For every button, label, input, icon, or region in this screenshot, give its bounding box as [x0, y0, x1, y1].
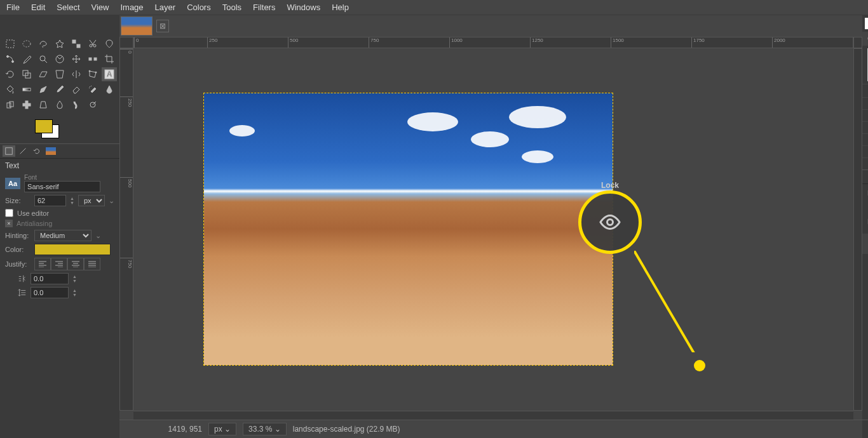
justify-right-icon[interactable]	[51, 258, 67, 270]
vertical-ruler: 0250500750	[119, 48, 133, 411]
tool-option-tabs	[0, 143, 119, 159]
close-document-icon[interactable]: ⊠	[156, 20, 169, 32]
font-label: Font	[24, 174, 114, 181]
scale-tool-icon[interactable]	[19, 67, 34, 81]
ellipse-select-tool-icon[interactable]	[19, 37, 34, 51]
svg-point-8	[40, 56, 45, 61]
dodge-tool-icon[interactable]	[85, 98, 100, 112]
menu-edit[interactable]: Edit	[31, 3, 45, 12]
justify-left-icon[interactable]	[34, 258, 51, 270]
menu-colors[interactable]: Colors	[187, 3, 211, 12]
tool-options-tab-icon[interactable]	[3, 145, 15, 157]
justify-center-icon[interactable]	[67, 258, 84, 270]
menu-file[interactable]: File	[6, 3, 20, 12]
svg-point-4	[90, 44, 92, 47]
perspective-tool-icon[interactable]	[52, 67, 67, 81]
color-select-tool-icon[interactable]	[69, 37, 84, 51]
menu-layer[interactable]: Layer	[155, 3, 176, 12]
menubar: File Edit Select View Image Layer Colors…	[0, 0, 868, 15]
callout-label: Lock	[601, 181, 619, 190]
perspective-clone-tool-icon[interactable]	[36, 98, 51, 112]
menu-windows[interactable]: Windows	[287, 3, 320, 12]
crop-tool-icon[interactable]	[102, 52, 117, 66]
lasso-tool-icon[interactable]	[36, 37, 51, 51]
unit-select[interactable]: px ⌄	[208, 423, 236, 435]
ruler-corner	[119, 37, 133, 48]
text-color-button[interactable]	[34, 244, 111, 255]
file-info: landscape-scaled.jpg (22.9 MB)	[293, 425, 400, 434]
size-input[interactable]	[34, 195, 66, 206]
blur-tool-icon[interactable]	[52, 98, 67, 112]
color-swatch[interactable]	[35, 119, 60, 138]
measure-tool-icon[interactable]	[52, 52, 67, 66]
bucket-tool-icon[interactable]	[3, 83, 18, 96]
brushes-tab-icon[interactable]	[865, 18, 868, 29]
airbrush-tool-icon[interactable]	[85, 83, 100, 96]
menu-select[interactable]: Select	[57, 3, 79, 12]
menu-view[interactable]: View	[92, 3, 109, 12]
menu-tools[interactable]: Tools	[222, 3, 241, 12]
shear-tool-icon[interactable]	[36, 67, 51, 81]
svg-point-5	[93, 44, 96, 47]
layer-list: landscape-scaled.jpg	[862, 231, 868, 420]
brush-tabs: Aa ◂	[862, 15, 868, 32]
antialiasing-label: Antialiasing	[17, 220, 52, 227]
layer-tabs: Layers Channels Paths ◂	[862, 169, 868, 184]
cursor-coords: 1419, 951	[145, 425, 202, 434]
horizontal-ruler: 025050075010001250150017502000	[133, 37, 853, 48]
device-status-tab-icon[interactable]	[17, 145, 29, 157]
statusbar: 1419, 951 px ⌄ 33.3 % ⌄ landscape-scaled…	[119, 420, 862, 438]
document-thumb-icon	[121, 17, 153, 36]
hinting-select[interactable]: Medium	[34, 230, 92, 241]
antialiasing-close-icon[interactable]: ×	[5, 220, 13, 227]
rect-select-tool-icon[interactable]	[3, 37, 18, 51]
justify-fill-icon[interactable]	[84, 258, 100, 270]
foreground-color[interactable]	[35, 119, 53, 133]
heal-tool-icon[interactable]	[19, 98, 34, 112]
size-unit-select[interactable]: px	[78, 195, 105, 206]
cage-tool-icon[interactable]	[85, 67, 100, 81]
justify-label: Justify:	[5, 260, 31, 268]
image-viewport[interactable]	[133, 48, 853, 411]
ink-tool-icon[interactable]	[102, 83, 117, 96]
menu-help[interactable]: Help	[332, 3, 349, 12]
horizontal-scrollbar[interactable]	[133, 411, 853, 420]
svg-rect-19	[7, 103, 11, 108]
fuzzy-select-tool-icon[interactable]	[52, 37, 67, 51]
flip-tool-icon[interactable]	[69, 67, 84, 81]
foreground-select-tool-icon[interactable]	[102, 37, 117, 51]
canvas-image[interactable]	[203, 93, 613, 366]
blend-tool-icon[interactable]	[19, 83, 34, 96]
use-editor-checkbox[interactable]	[5, 209, 13, 217]
paintbrush-tool-icon[interactable]	[52, 83, 67, 96]
document-tab[interactable]: ⊠	[119, 15, 862, 37]
zoom-tool-icon[interactable]	[36, 52, 51, 66]
eye-icon	[599, 211, 621, 234]
undo-history-tab-icon[interactable]	[31, 145, 43, 157]
images-tab-icon[interactable]	[44, 145, 57, 157]
clone-tool-icon[interactable]	[3, 98, 18, 112]
menu-filters[interactable]: Filters	[253, 3, 275, 12]
svg-point-14	[89, 70, 90, 72]
text-tool-icon[interactable]: A	[102, 67, 117, 81]
align-tool-icon[interactable]	[85, 52, 100, 66]
zoom-select[interactable]: 33.3 % ⌄	[243, 423, 287, 435]
font-input[interactable]	[24, 181, 100, 192]
callout-eye: Lock	[578, 190, 642, 254]
svg-rect-2	[72, 40, 76, 43]
vertical-scrollbar[interactable]	[853, 48, 862, 411]
move-tool-icon[interactable]	[69, 52, 84, 66]
pencil-tool-icon[interactable]	[36, 83, 51, 96]
indent-input[interactable]	[31, 273, 69, 284]
color-picker-tool-icon[interactable]	[19, 52, 34, 66]
line-spacing-input[interactable]	[31, 287, 69, 298]
menu-image[interactable]: Image	[120, 3, 143, 12]
rotate-tool-icon[interactable]	[3, 67, 18, 81]
layer-item[interactable]: landscape-scaled.jpg	[862, 234, 868, 254]
hinting-label: Hinting:	[5, 232, 31, 239]
smudge-tool-icon[interactable]	[69, 98, 84, 112]
paths-tool-icon[interactable]	[3, 52, 18, 66]
eraser-tool-icon[interactable]	[69, 83, 84, 96]
svg-point-1	[23, 41, 31, 47]
scissors-tool-icon[interactable]	[85, 37, 100, 51]
